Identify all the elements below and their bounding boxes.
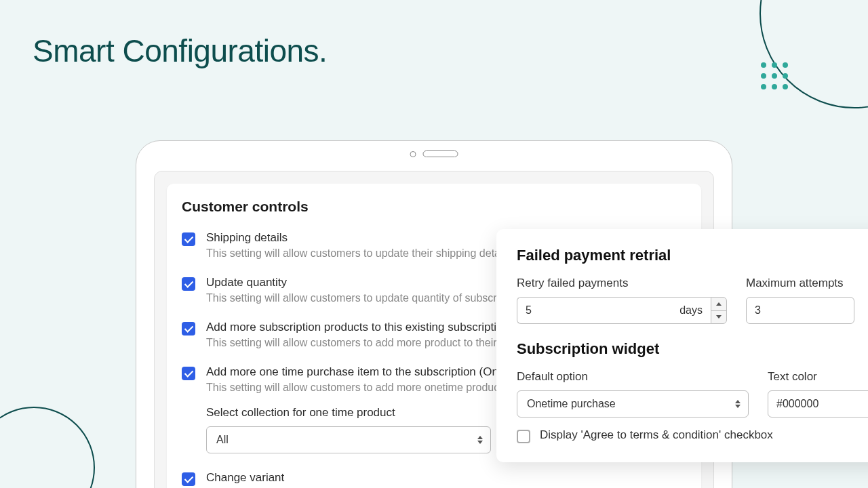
spinner-up-icon[interactable]: [711, 298, 726, 311]
settings-float-panel: Failed payment retrial Retry failed paym…: [496, 229, 868, 462]
option-label: Change variant: [206, 471, 686, 485]
retry-payments-label: Retry failed payments: [517, 277, 727, 290]
collection-select-value: All: [216, 434, 229, 446]
decorative-circle-small: [0, 407, 95, 488]
failed-payment-heading: Failed payment retrial: [517, 247, 868, 264]
number-spinner[interactable]: [711, 297, 727, 324]
default-option-label: Default option: [517, 370, 749, 384]
text-color-value: #000000: [776, 398, 818, 410]
terms-checkbox-label: Display 'Agree to terms & condition' che…: [540, 428, 773, 442]
checkbox-add-onetime-purchase[interactable]: [182, 367, 195, 380]
decorative-circle-large: [760, 0, 868, 108]
text-color-label: Text color: [768, 370, 868, 384]
decorative-dots-icon: [761, 62, 788, 89]
checkbox-update-quantity[interactable]: [182, 277, 195, 291]
collection-select[interactable]: All: [206, 426, 491, 453]
customer-controls-heading: Customer controls: [182, 199, 686, 215]
checkbox-shipping-details[interactable]: [182, 232, 195, 246]
max-attempts-input[interactable]: 3: [746, 297, 854, 324]
retry-payments-value: 5: [526, 304, 532, 317]
terms-checkbox-row: Display 'Agree to terms & condition' che…: [517, 428, 868, 442]
default-option-value: Onetime purchase: [527, 398, 616, 410]
spinner-down-icon[interactable]: [711, 311, 726, 324]
select-caret-icon: [735, 400, 741, 408]
option-change-variant: Change variant: [182, 471, 686, 487]
retry-payments-suffix: days: [679, 304, 703, 317]
select-caret-icon: [477, 436, 483, 444]
checkbox-terms-condition[interactable]: [517, 430, 530, 443]
checkbox-change-variant[interactable]: [182, 472, 195, 486]
subscription-widget-heading: Subscription widget: [517, 340, 868, 358]
page-title: Smart Configurations.: [33, 33, 327, 69]
max-attempts-value: 3: [755, 304, 761, 317]
max-attempts-label: Maximum attempts: [746, 277, 854, 290]
checkbox-add-subscription-products[interactable]: [182, 322, 195, 336]
text-color-input[interactable]: #000000: [768, 390, 868, 418]
retry-payments-input[interactable]: 5 days: [517, 297, 727, 324]
default-option-select[interactable]: Onetime purchase: [517, 390, 749, 418]
device-notch: [410, 150, 458, 157]
